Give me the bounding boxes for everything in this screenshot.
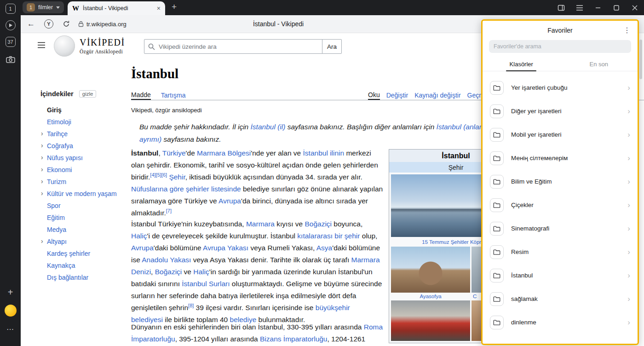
- toc-item[interactable]: Turizm: [40, 176, 138, 188]
- favorites-folder-item[interactable]: İstanbul: [483, 264, 638, 287]
- folder-icon: [490, 316, 504, 329]
- add-panel-icon[interactable]: +: [5, 286, 17, 298]
- toc-item[interactable]: Kültür ve modern yaşam: [40, 188, 138, 200]
- folder-icon: [490, 175, 504, 189]
- side-panel-toggle-icon[interactable]: [552, 0, 570, 15]
- hatnote: Bu madde şehir hakkındadır. İl için İsta…: [139, 121, 507, 145]
- wiki-search-button[interactable]: Ara: [322, 39, 342, 54]
- toc-item[interactable]: Spor: [40, 200, 138, 212]
- active-tab-title: İstanbul - Vikipedi: [83, 5, 153, 12]
- article-paragraph-1: İstanbul, Türkiye'de Marmara Bölgesi'nde…: [131, 147, 383, 219]
- toc-item[interactable]: Nüfus yapısı: [40, 152, 138, 164]
- new-tab-button[interactable]: +: [172, 2, 177, 12]
- namespace-tab[interactable]: Tartışma: [161, 90, 186, 100]
- close-tab-icon[interactable]: ×: [157, 5, 161, 12]
- article-paragraph-3: Dünyanın en eski şehirlerinden biri olan…: [131, 321, 383, 346]
- view-tab[interactable]: Oku: [368, 90, 380, 100]
- folder-icon: [490, 151, 504, 165]
- close-window-icon[interactable]: [626, 0, 644, 15]
- favorites-tab[interactable]: Klasörler: [483, 58, 560, 71]
- namespace-tab[interactable]: Madde: [131, 90, 151, 100]
- wiki-search-box[interactable]: [144, 39, 322, 54]
- infobox-caption-ayasofya[interactable]: Ayasofya: [391, 293, 470, 300]
- toc-item[interactable]: Ekonomi: [40, 164, 138, 176]
- favorites-folder-list: Yer işaretleri çubuğu Diğer yer işaretle…: [483, 71, 638, 334]
- chevron-right-icon: [627, 130, 630, 139]
- tabs-panel-count: 1: [9, 6, 12, 12]
- video-player-icon[interactable]: [6, 20, 16, 30]
- toc-item[interactable]: Dış bağlantılar: [40, 271, 138, 283]
- wiki-search-input[interactable]: [159, 43, 322, 50]
- screenshot-camera-icon[interactable]: [5, 53, 17, 65]
- chevron-right-icon: [627, 294, 630, 304]
- toc-item[interactable]: Giriş: [40, 104, 138, 116]
- back-icon[interactable]: ←: [27, 19, 35, 29]
- favorites-folder-item[interactable]: Diğer yer işaretleri: [483, 99, 638, 123]
- chevron-right-icon: [627, 177, 630, 186]
- wiki-menu-icon[interactable]: [37, 42, 46, 50]
- favorites-search-input[interactable]: [494, 43, 627, 50]
- favorites-folder-item[interactable]: dinlenme: [483, 311, 638, 334]
- favorites-search-box[interactable]: [489, 40, 631, 53]
- wikipedia-logo[interactable]: [54, 35, 75, 57]
- url-text: tr.wikipedia.org: [86, 21, 126, 28]
- toc-item[interactable]: Eğitim: [40, 212, 138, 224]
- wikipedia-favicon: W: [72, 5, 79, 12]
- toc-item[interactable]: Coğrafya: [40, 140, 138, 152]
- toc-item[interactable]: Kaynakça: [40, 260, 138, 271]
- folder-label: Менің сілтемелерім: [511, 155, 627, 161]
- favorites-folder-item[interactable]: Çiçekler: [483, 193, 638, 217]
- minimize-window-icon[interactable]: [589, 0, 607, 15]
- favorites-folder-item[interactable]: sağlamak: [483, 287, 638, 311]
- yandex-service-icon[interactable]: Y: [44, 19, 53, 29]
- toc-item[interactable]: Etimoloji: [40, 116, 138, 128]
- toc-hide-button[interactable]: gizle: [79, 90, 97, 98]
- favorites-folder-item[interactable]: Менің сілтемелерім: [483, 146, 638, 170]
- favorites-tab[interactable]: En son: [560, 58, 638, 71]
- counter-badge[interactable]: 37: [6, 37, 16, 47]
- scrollbar-thumb[interactable]: [639, 40, 642, 79]
- active-tab[interactable]: W İstanbul - Vikipedi ×: [68, 1, 165, 15]
- chevron-right-icon: [627, 224, 630, 233]
- site-tagline: Vikipedi, özgür ansiklopedi: [131, 107, 202, 114]
- tab-group-label: filmler: [38, 4, 53, 11]
- wikipedia-wordmark[interactable]: VİKİPEDİ Özgür Ansiklopedi: [80, 37, 125, 54]
- toc-item[interactable]: Medya: [40, 224, 138, 236]
- tab-group[interactable]: 1 filmler: [23, 1, 64, 13]
- folder-label: Sinematografi: [511, 225, 627, 232]
- folder-label: dinlenme: [511, 319, 627, 326]
- favorites-tabs: KlasörlerEn son: [483, 58, 638, 71]
- toc-item[interactable]: Kardeş şehirler: [40, 248, 138, 260]
- chevron-right-icon: [627, 154, 630, 163]
- table-of-contents: İçindekiler gizle GirişEtimolojiTarihçeC…: [40, 90, 138, 283]
- view-tab[interactable]: Kaynağı değiştir: [414, 90, 460, 100]
- alice-assistant-icon[interactable]: [5, 305, 17, 317]
- favorites-folder-item[interactable]: Yer işaretleri çubuğu: [483, 76, 638, 99]
- view-tab[interactable]: Değiştir: [386, 90, 408, 100]
- kebab-menu-icon[interactable]: ⋮: [623, 26, 631, 35]
- folder-label: Diğer yer işaretleri: [511, 108, 627, 115]
- toc-item[interactable]: Altyapı: [40, 236, 138, 248]
- folder-label: Resim: [511, 248, 627, 255]
- toc-title: İçindekiler: [40, 90, 74, 98]
- infobox-image-ayasofya[interactable]: [391, 247, 470, 293]
- favorites-title: Favoriler: [547, 27, 572, 34]
- toc-item[interactable]: Tarihçe: [40, 128, 138, 140]
- tabs-panel-badge[interactable]: 1: [6, 4, 16, 14]
- more-options-icon[interactable]: ⋯: [5, 323, 17, 335]
- chevron-right-icon: [627, 107, 630, 116]
- favorites-folder-item[interactable]: Mobil yer işaretleri: [483, 123, 638, 146]
- folder-label: Mobil yer işaretleri: [511, 131, 627, 138]
- wordmark-title: VİKİPEDİ: [80, 37, 125, 48]
- favorites-folder-item[interactable]: Bilim ve Eğitim: [483, 170, 638, 193]
- address-bar[interactable]: tr.wikipedia.org: [78, 21, 126, 28]
- maximize-window-icon[interactable]: [607, 0, 626, 15]
- folder-icon: [490, 292, 504, 306]
- namespace-tabs: MaddeTartışma: [131, 90, 186, 100]
- favorites-folder-item[interactable]: Resim: [483, 240, 638, 264]
- favorites-folder-item[interactable]: Sinematografi: [483, 217, 638, 240]
- browser-menu-icon[interactable]: [570, 0, 589, 15]
- infobox-image-tram[interactable]: [391, 300, 470, 341]
- folder-label: Bilim ve Eğitim: [511, 178, 627, 185]
- refresh-icon[interactable]: [63, 20, 70, 28]
